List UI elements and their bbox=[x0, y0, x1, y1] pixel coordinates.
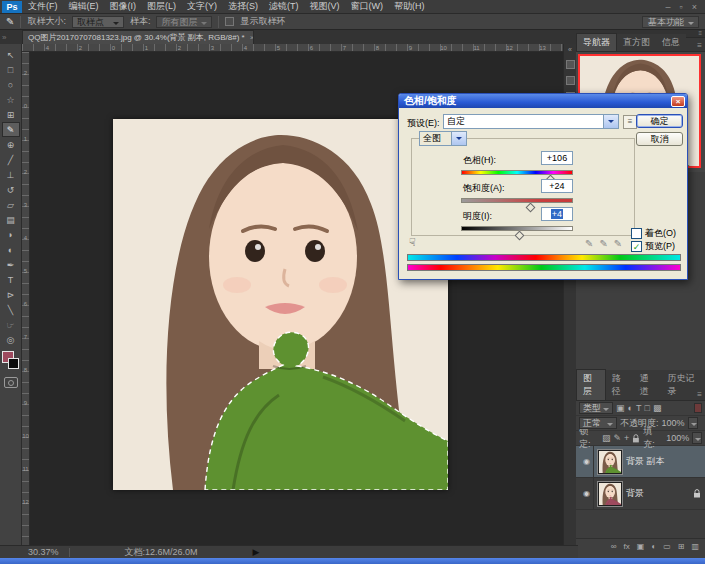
panel-menu-icon[interactable]: ≡ bbox=[697, 41, 702, 50]
crop-tool[interactable]: ⊞ bbox=[2, 107, 20, 122]
preset-options-icon[interactable]: ≡ bbox=[623, 115, 637, 129]
layer-row-background[interactable]: ◉ 背景 bbox=[576, 478, 705, 510]
panel-menu-icon[interactable]: ≡ bbox=[697, 390, 702, 399]
add-sample-eyedropper-icon[interactable]: ✎ bbox=[599, 238, 607, 249]
dock-collapse-icon[interactable]: « bbox=[568, 46, 572, 53]
menubar-item[interactable]: 帮助(H) bbox=[394, 0, 425, 13]
brush-tool[interactable]: ╱ bbox=[2, 152, 20, 167]
clone-stamp-tool[interactable]: ⊥ bbox=[2, 167, 20, 182]
hand-tool[interactable]: ☞ bbox=[2, 317, 20, 332]
menubar-item[interactable]: 窗口(W) bbox=[351, 0, 384, 13]
tab-info[interactable]: 信息 bbox=[656, 34, 686, 51]
show-sampling-ring-checkbox[interactable] bbox=[225, 17, 234, 26]
move-tool[interactable]: ↖ bbox=[2, 47, 20, 62]
dock-menu-icon[interactable]: ≡ bbox=[698, 30, 702, 36]
eyedropper-tool-icon[interactable]: ✎ bbox=[6, 16, 14, 27]
visibility-eye-icon[interactable]: ◉ bbox=[580, 478, 594, 509]
history-brush-tool[interactable]: ↺ bbox=[2, 182, 20, 197]
opacity-dropdown-button[interactable] bbox=[688, 417, 698, 429]
restore-button[interactable]: ▫ bbox=[680, 2, 683, 12]
lightness-value-field[interactable]: +4 bbox=[541, 207, 573, 221]
dialog-close-button[interactable]: × bbox=[671, 96, 685, 107]
fill-dropdown-button[interactable] bbox=[692, 432, 702, 444]
new-layer-icon[interactable]: ⊞ bbox=[678, 542, 685, 551]
tab-paths[interactable]: 路径 bbox=[606, 370, 634, 400]
menubar-item[interactable]: 视图(V) bbox=[310, 0, 340, 13]
lasso-tool[interactable]: ○ bbox=[2, 77, 20, 92]
layer-style-fx-icon[interactable]: fx bbox=[624, 542, 630, 551]
sample-eyedropper-icon[interactable]: ✎ bbox=[585, 238, 593, 249]
path-selection-tool[interactable]: ⊳ bbox=[2, 287, 20, 302]
on-image-adjustment-icon[interactable]: ☟ bbox=[409, 236, 416, 249]
close-button[interactable]: × bbox=[692, 2, 697, 12]
eraser-tool[interactable]: ▱ bbox=[2, 197, 20, 212]
hue-slider-track[interactable] bbox=[461, 170, 573, 175]
lock-transparency-icon[interactable]: ▨ bbox=[602, 432, 611, 444]
dialog-title-bar[interactable]: 色相/饱和度 × bbox=[399, 94, 687, 108]
sample-dropdown[interactable]: 所有图层 bbox=[156, 16, 212, 28]
menubar-item[interactable]: 图像(I) bbox=[110, 0, 137, 13]
visibility-eye-icon[interactable]: ◉ bbox=[580, 446, 594, 477]
collapsed-panel-icon[interactable] bbox=[566, 76, 575, 85]
marquee-tool[interactable]: □ bbox=[2, 62, 20, 77]
opacity-value[interactable]: 100% bbox=[662, 418, 685, 428]
vertical-ruler[interactable]: 20123456789101112 bbox=[22, 52, 30, 545]
background-color-swatch[interactable] bbox=[8, 358, 19, 369]
menubar-item[interactable]: 文字(Y) bbox=[187, 0, 217, 13]
horizontal-ruler[interactable]: 42012345678910111213 bbox=[22, 44, 563, 52]
lock-all-icon[interactable] bbox=[632, 434, 640, 443]
filter-smart-object-icon[interactable]: ▩ bbox=[653, 402, 662, 414]
colorize-checkbox[interactable] bbox=[631, 228, 642, 239]
delete-layer-icon[interactable]: ▥ bbox=[691, 542, 699, 551]
filter-toggle-switch[interactable] bbox=[694, 403, 702, 413]
quick-mask-button[interactable] bbox=[4, 377, 18, 388]
spot-healing-tool[interactable]: ⊕ bbox=[2, 137, 20, 152]
tab-close-icon[interactable]: × bbox=[250, 33, 254, 42]
layer-name[interactable]: 背景 副本 bbox=[626, 455, 665, 468]
sample-size-dropdown[interactable]: 取样点 bbox=[72, 16, 124, 28]
status-options-arrow[interactable]: ▶ bbox=[253, 547, 260, 557]
eyedropper-tool[interactable]: ✎ bbox=[2, 122, 20, 137]
dodge-tool[interactable]: ◐ bbox=[2, 242, 20, 257]
panel-collapse-icon[interactable]: » bbox=[2, 33, 6, 42]
menubar-item[interactable]: 图层(L) bbox=[147, 0, 176, 13]
layer-name[interactable]: 背景 bbox=[626, 487, 644, 500]
subtract-sample-eyedropper-icon[interactable]: ✎ bbox=[614, 238, 622, 249]
zoom-level-field[interactable]: 30.37% bbox=[28, 547, 59, 557]
link-layers-icon[interactable]: ∞ bbox=[611, 542, 617, 551]
preset-dropdown[interactable]: 自定 bbox=[443, 114, 619, 129]
blend-mode-dropdown[interactable]: 正常 bbox=[579, 417, 617, 429]
type-tool[interactable]: T bbox=[2, 272, 20, 287]
document-tab[interactable]: QQ图片20170707081323.jpg @ 30.4%(背景 副本, RG… bbox=[22, 30, 254, 44]
pen-tool[interactable]: ✒ bbox=[2, 257, 20, 272]
layer-filter-dropdown[interactable]: 类型 bbox=[579, 402, 613, 414]
saturation-slider-track[interactable] bbox=[461, 198, 573, 203]
filter-shape-layers-icon[interactable]: □ bbox=[644, 402, 649, 414]
tab-channels[interactable]: 通道 bbox=[634, 370, 662, 400]
collapsed-panel-icon[interactable] bbox=[566, 60, 575, 69]
lock-pixels-icon[interactable]: ✎ bbox=[614, 432, 622, 444]
layer-thumbnail[interactable] bbox=[598, 482, 622, 506]
channel-dropdown[interactable]: 全图 bbox=[419, 131, 467, 146]
adjustment-layer-icon[interactable]: ◐ bbox=[651, 542, 656, 551]
tab-histogram[interactable]: 直方图 bbox=[617, 34, 656, 51]
gradient-tool[interactable]: ▤ bbox=[2, 212, 20, 227]
magic-wand-tool[interactable]: ☆ bbox=[2, 92, 20, 107]
hue-value-field[interactable]: +106 bbox=[541, 151, 573, 165]
tab-navigator[interactable]: 导航器 bbox=[576, 33, 617, 51]
ok-button[interactable]: 确定 bbox=[636, 114, 683, 128]
blur-tool[interactable]: ◗ bbox=[2, 227, 20, 242]
shape-tool[interactable]: ╲ bbox=[2, 302, 20, 317]
zoom-tool[interactable]: ◎ bbox=[2, 332, 20, 347]
fill-value[interactable]: 100% bbox=[666, 433, 689, 443]
menubar-item[interactable]: 滤镜(T) bbox=[269, 0, 299, 13]
menubar-item[interactable]: 编辑(E) bbox=[69, 0, 99, 13]
minimize-button[interactable]: – bbox=[666, 2, 671, 12]
add-layer-mask-icon[interactable]: ▣ bbox=[637, 542, 645, 551]
new-group-icon[interactable]: ▭ bbox=[663, 542, 671, 551]
layer-thumbnail[interactable] bbox=[598, 450, 622, 474]
cancel-button[interactable]: 取消 bbox=[636, 132, 683, 146]
lightness-slider-track[interactable] bbox=[461, 226, 573, 231]
lock-position-icon[interactable]: + bbox=[624, 432, 629, 444]
menubar-item[interactable]: 选择(S) bbox=[228, 0, 258, 13]
